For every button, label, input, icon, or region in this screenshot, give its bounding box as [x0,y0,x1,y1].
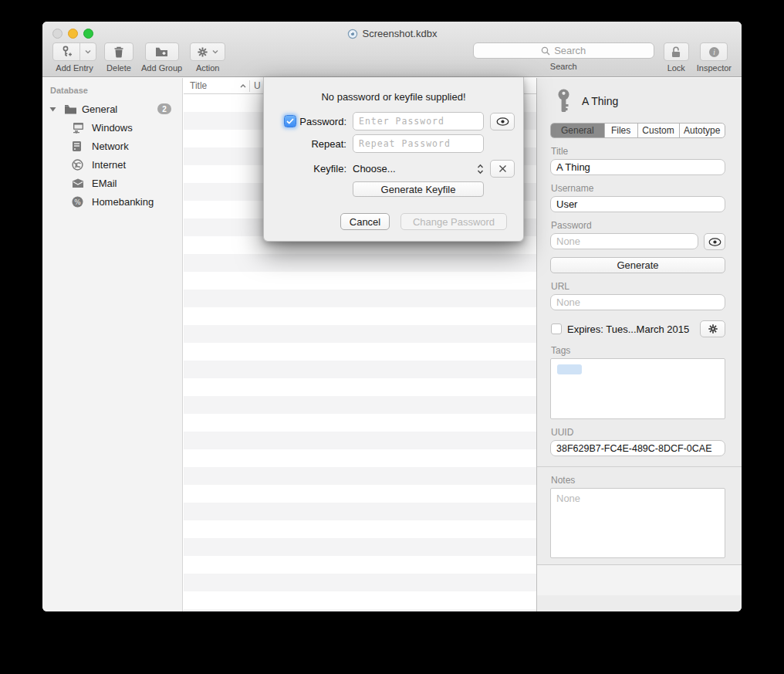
sidebar-item-email[interactable]: EMail [42,174,182,192]
username-field[interactable] [550,196,725,212]
password-field-label: Password [551,220,742,231]
tool-inspector: i Inspector [697,42,732,73]
stepper-icon [477,164,484,174]
sidebar-item-label: General [82,103,117,115]
window-title: Screenshot.kdbx [363,28,438,39]
sidebar-item-label: Internet [92,159,126,171]
globe-icon [72,159,83,171]
action-button[interactable] [190,42,225,61]
expires-checkbox[interactable] [551,323,562,334]
url-field[interactable] [550,294,725,310]
percent-icon: % [72,196,83,208]
add-entry-dropdown-arrow-icon[interactable] [80,43,96,60]
expires-settings-button[interactable] [700,320,725,337]
search-placeholder: Search [554,45,586,56]
sort-asc-icon [240,84,246,88]
tool-add-group: Add Group [141,42,182,73]
inspector-tabs: General Files Custom Autotype [550,123,725,138]
screenshot-background: Screenshot.kdbx Add Entry [0,0,784,674]
checkmark-icon [286,118,294,124]
action-label: Action [196,63,220,73]
disclosure-triangle-icon[interactable] [49,107,56,112]
folder-plus-icon [155,46,168,57]
entry-title: A Thing [582,95,618,107]
tab-custom[interactable]: Custom [638,124,680,137]
app-window: Screenshot.kdbx Add Entry [42,22,742,611]
add-group-button[interactable] [145,42,179,61]
inspector-label: Inspector [697,63,732,73]
toolbar: Add Entry Delete Add Group [42,42,742,76]
tab-general[interactable]: General [551,124,605,137]
tool-add-entry: Add Entry [52,42,96,73]
add-entry-button[interactable] [52,42,96,61]
sidebar-item-network[interactable]: Network [42,137,182,155]
column-title-label: Title [190,80,207,91]
info-icon: i [708,46,720,58]
uuid-field[interactable] [550,440,725,456]
notes-label: Notes [551,475,742,486]
repeat-label: Repeat: [311,138,346,150]
sidebar-item-label: Homebanking [92,196,154,208]
notes-field[interactable]: None [550,488,725,558]
cancel-button[interactable]: Cancel [340,213,390,230]
action-dropdown-arrow-icon [212,49,218,54]
key-plus-icon[interactable] [53,43,80,60]
sheet-message: No password or keyfile supplied! [264,91,523,103]
delete-button[interactable] [104,42,133,61]
repeat-password-input[interactable] [353,134,484,153]
tool-delete: Delete [104,42,133,73]
column-header-title[interactable]: Title [184,80,249,91]
tool-lock: Lock [664,42,689,73]
clear-keyfile-button[interactable] [490,160,515,178]
folder-icon [64,103,77,114]
tool-search: Search Search [473,42,654,71]
gear-icon [197,46,208,58]
envelope-icon [72,178,84,188]
show-password-button[interactable] [490,113,515,130]
sidebar-item-internet[interactable]: Internet [42,155,182,174]
server-icon [72,141,82,152]
search-icon [541,46,550,56]
tool-action: Action [190,42,225,73]
windows-icon [72,122,85,134]
document-icon [347,29,358,39]
tab-files[interactable]: Files [605,124,638,137]
password-checkbox[interactable] [284,115,296,127]
reveal-password-button[interactable] [704,233,725,250]
generate-keyfile-button[interactable]: Generate Keyfile [353,181,484,197]
keyfile-label: Keyfile: [313,163,346,174]
url-field-label: URL [551,281,742,292]
tag-token[interactable] [557,364,582,374]
sidebar-item-windows[interactable]: Windows [42,118,182,137]
change-password-sheet: No password or keyfile supplied! Passwor… [263,77,524,242]
eye-icon [496,117,509,126]
tab-autotype[interactable]: Autotype [680,124,725,137]
column-username-label: U [254,80,261,91]
generate-password-button[interactable]: Generate [550,257,725,273]
inspector-panel: A Thing General Files Custom Autotype Ti… [536,78,742,611]
search-input[interactable]: Search [473,42,654,59]
keyfile-popup[interactable]: Choose... [353,163,484,174]
sidebar-item-label: Network [92,141,129,152]
inspector-button[interactable]: i [700,42,728,61]
svg-text:%: % [74,198,81,205]
svg-text:i: i [713,49,715,56]
password-field[interactable] [550,233,698,249]
title-field[interactable] [550,159,725,175]
sidebar-item-general[interactable]: General 2 [42,100,182,118]
add-group-label: Add Group [141,63,182,73]
lock-button[interactable] [664,42,689,61]
tags-box[interactable] [550,358,725,419]
enter-password-input[interactable] [353,112,484,130]
sidebar-item-label: Windows [92,122,133,134]
change-password-button[interactable]: Change Password [400,213,507,230]
sidebar-item-label: EMail [92,178,117,189]
sidebar-header: Database [42,86,182,100]
uuid-label: UUID [551,427,742,438]
inspector-divider [537,466,742,467]
column-header-username[interactable]: U [250,80,261,91]
eye-icon [708,238,721,246]
sidebar-item-homebanking[interactable]: % Homebanking [42,192,182,211]
title-field-label: Title [551,146,742,157]
delete-label: Delete [106,63,131,73]
